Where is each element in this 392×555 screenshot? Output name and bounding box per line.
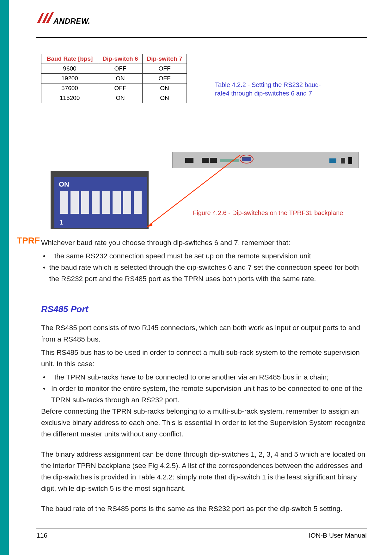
- bullet-item: • the baud rate which is selected throug…: [41, 262, 367, 285]
- paragraph: Whichever baud rate you choose through d…: [41, 237, 367, 249]
- dip-lever-icon: [102, 191, 110, 214]
- body-text: Whichever baud rate you choose through d…: [41, 237, 367, 516]
- page-number: 116: [36, 532, 47, 539]
- dip-lever-icon: [123, 191, 131, 214]
- table-row: 57600 OFF ON: [41, 83, 187, 93]
- table-row: 19200 ON OFF: [41, 74, 187, 83]
- bullet-item: • the TPRN sub-racks have to be connecte…: [41, 372, 367, 383]
- paragraph: This RS485 bus has to be used in order t…: [41, 347, 367, 370]
- figure-area: ON 1: [41, 142, 367, 244]
- dip-one-label: 1: [59, 219, 63, 226]
- logo-mark-icon: [36, 11, 54, 24]
- dip-on-label: ON: [59, 180, 69, 188]
- table-header: Dip-switch 7: [143, 54, 187, 64]
- brand-logo: ANDREW.: [36, 11, 90, 26]
- table-header: Dip-switch 6: [98, 54, 143, 64]
- bullet-item: • the same RS232 connection speed must b…: [41, 250, 367, 262]
- dip-lever-icon: [113, 191, 120, 214]
- footer-rule: [36, 528, 367, 528]
- paragraph: The RS485 port consists of two RJ45 conn…: [41, 322, 367, 345]
- logo-text: ANDREW.: [53, 17, 90, 26]
- side-accent-bar: [0, 0, 9, 555]
- table-caption: Table 4.2.2 - Setting the RS232 baud-rat…: [215, 81, 329, 98]
- dip-lever-icon: [81, 191, 89, 214]
- table-header: Baud Rate [bps]: [41, 54, 98, 64]
- baud-rate-table: Baud Rate [bps] Dip-switch 6 Dip-switch …: [41, 54, 187, 103]
- dip-lever-icon: [70, 191, 78, 214]
- dip-lever-icon: [60, 191, 68, 214]
- paragraph: Before connecting the TPRN sub-racks bel…: [41, 406, 367, 440]
- svg-marker-1: [147, 222, 152, 227]
- dip-lever-icon: [134, 191, 142, 214]
- bullet-item: • In order to monitor the entire system,…: [41, 383, 367, 406]
- header-rule: [36, 37, 367, 38]
- section-heading: RS485 Port: [41, 302, 367, 317]
- dip-switch-illustration: ON 1: [51, 171, 149, 229]
- table-row: 115200 ON ON: [41, 93, 187, 103]
- dip-lever-icon: [92, 191, 100, 214]
- callout-arrow-icon: [145, 152, 247, 231]
- paragraph: The binary address assignment can be don…: [41, 449, 367, 494]
- margin-section-label: TPRF: [17, 236, 40, 246]
- figure-caption: Figure 4.2.6 - Dip-switches on the TPRF3…: [193, 209, 343, 217]
- table-row: 9600 OFF OFF: [41, 64, 187, 74]
- document-title-footer: ION-B User Manual: [309, 532, 367, 539]
- paragraph: The baud rate of the RS485 ports is the …: [41, 503, 367, 515]
